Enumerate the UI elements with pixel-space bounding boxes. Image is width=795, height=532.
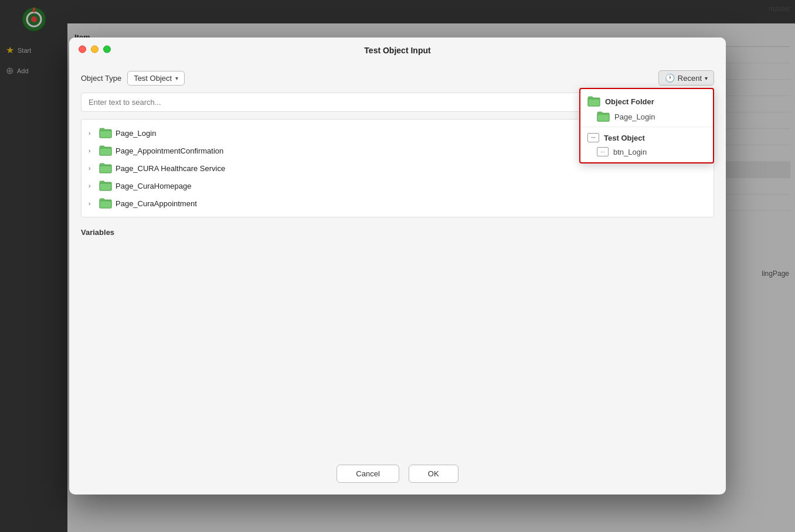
folder-icon-0 <box>99 128 112 138</box>
recent-folder-name: Page_Login <box>614 112 655 121</box>
close-traffic-light[interactable] <box>79 46 86 53</box>
folder-icon-1 <box>99 145 112 156</box>
dialog-footer: Cancel OK <box>69 455 726 495</box>
cancel-button[interactable]: Cancel <box>337 465 399 483</box>
dropdown-arrow-icon: ▾ <box>175 75 178 81</box>
recent-folder-section-header: Object Folder <box>580 93 713 109</box>
object-type-area: Object Type Test Object ▾ 🕐 Recent ▾ <box>81 70 714 86</box>
tree-item-label-4: Page_CuraAppointment <box>115 199 197 208</box>
ok-button[interactable]: OK <box>409 465 458 483</box>
recent-object-section-header: ··· Test Object <box>580 129 713 145</box>
traffic-lights <box>79 46 111 53</box>
tree-item-page-cura-appointment[interactable]: › Page_CuraAppointment <box>81 195 714 212</box>
recent-object-name: btn_Login <box>613 148 647 156</box>
folder-section-icon <box>587 96 600 107</box>
dialog-body: Object Type Test Object ▾ 🕐 Recent ▾ <box>69 61 726 455</box>
recent-dropdown: Object Folder Page_Login <box>579 88 714 163</box>
folder-icon-2 <box>99 163 112 173</box>
clock-icon: 🕐 <box>665 73 675 83</box>
folder-item-icon <box>597 111 610 122</box>
test-object-item-icon: ··· <box>597 147 609 156</box>
variables-section: Variables <box>81 224 714 240</box>
minimize-traffic-light[interactable] <box>91 46 98 53</box>
folder-section-label: Object Folder <box>605 97 654 106</box>
recent-label: Recent <box>678 74 702 83</box>
object-type-dropdown[interactable]: Test Object ▾ <box>127 71 185 86</box>
test-object-section-icon: ··· <box>587 133 599 142</box>
maximize-traffic-light[interactable] <box>103 46 111 53</box>
object-section-label: Test Object <box>604 134 645 142</box>
tree-item-page-cura-homepage[interactable]: › Page_CuraHomepage <box>81 177 714 195</box>
chevron-right-icon: › <box>89 183 96 189</box>
recent-object-item[interactable]: ··· btn_Login <box>580 145 713 159</box>
dialog-titlebar: Test Object Input <box>69 37 726 61</box>
dialog-title: Test Object Input <box>364 46 430 55</box>
dialog-overlay: Test Object Input Object Type Test Objec… <box>0 0 795 532</box>
chevron-right-icon: › <box>89 165 96 172</box>
object-type-row: Object Type Test Object ▾ <box>81 71 185 86</box>
test-object-input-dialog: Test Object Input Object Type Test Objec… <box>69 37 726 495</box>
folder-icon-4 <box>99 198 112 209</box>
chevron-right-icon: › <box>89 130 96 137</box>
dropdown-divider <box>580 127 713 127</box>
recent-arrow-icon: ▾ <box>705 75 708 81</box>
spacer <box>81 247 714 446</box>
folder-icon-3 <box>99 180 112 191</box>
recent-folder-item[interactable]: Page_Login <box>580 109 713 124</box>
object-type-value: Test Object <box>134 74 172 83</box>
object-type-label: Object Type <box>81 74 121 83</box>
chevron-right-icon: › <box>89 200 96 207</box>
tree-item-label-2: Page_CURA Healthcare Service <box>115 164 225 173</box>
chevron-right-icon: › <box>89 148 96 154</box>
variables-label: Variables <box>81 228 114 237</box>
recent-button[interactable]: 🕐 Recent ▾ <box>658 70 714 86</box>
recent-dropdown-container: 🕐 Recent ▾ Object Fold <box>658 70 714 86</box>
tree-item-label-3: Page_CuraHomepage <box>115 182 191 190</box>
tree-item-label-1: Page_AppointmentConfirmation <box>115 146 223 155</box>
tree-item-label-0: Page_Login <box>115 129 156 138</box>
